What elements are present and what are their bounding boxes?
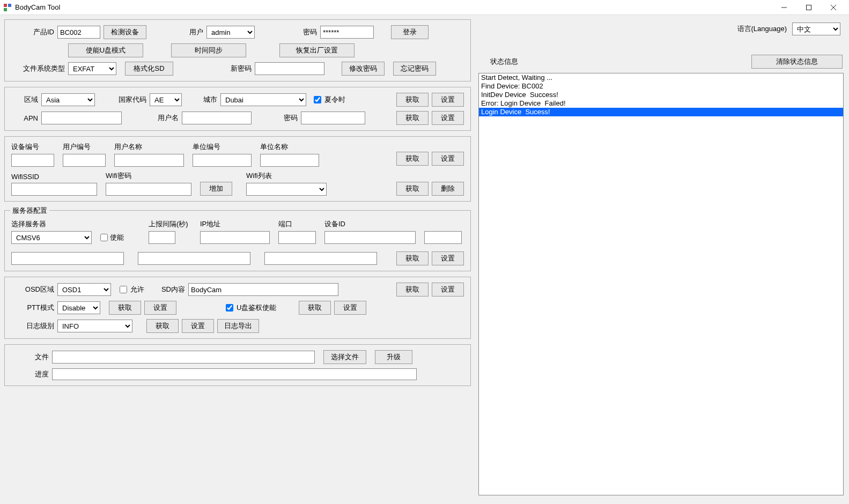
osd-area-label: OSD区域 xyxy=(11,285,54,294)
apn-get-button[interactable]: 获取 xyxy=(396,111,429,125)
close-button[interactable] xyxy=(821,0,846,15)
wifi-add-button[interactable]: 增加 xyxy=(200,182,232,196)
panel-osd: OSD区域 OSD1 允许 SD内容 获取 设置 PTT模式 Disable 获… xyxy=(4,277,471,339)
log-set-button[interactable]: 设置 xyxy=(182,319,214,333)
status-line[interactable]: Start Detect, Waiting ... xyxy=(479,73,843,82)
user-name-input[interactable] xyxy=(114,154,184,167)
osd-area-select[interactable]: OSD1 xyxy=(57,283,111,296)
user-select[interactable]: admin xyxy=(206,26,255,39)
format-sd-button[interactable]: 格式化SD xyxy=(125,62,173,76)
new-pwd-input[interactable] xyxy=(255,62,324,75)
osd-content-label: SD内容 xyxy=(153,285,185,294)
upgrade-button[interactable]: 升级 xyxy=(375,350,412,364)
ptt-get-button[interactable]: 获取 xyxy=(109,301,141,315)
server-set-button[interactable]: 设置 xyxy=(432,251,464,265)
login-button[interactable]: 登录 xyxy=(391,25,429,39)
unit-no-input[interactable] xyxy=(193,154,252,167)
fs-type-select[interactable]: EXFAT xyxy=(68,62,116,75)
usb-mode-button[interactable]: 使能U盘模式 xyxy=(68,43,143,57)
svg-rect-0 xyxy=(4,4,7,7)
wifi-get-button[interactable]: 获取 xyxy=(396,182,429,196)
apn-username-input[interactable] xyxy=(182,112,252,124)
password-input[interactable] xyxy=(320,26,374,39)
language-select[interactable]: 中文 xyxy=(792,23,840,35)
user-no-input[interactable] xyxy=(63,154,106,167)
factory-reset-button[interactable]: 恢复出厂设置 xyxy=(279,43,355,57)
language-label: 语言(Language) xyxy=(737,24,787,34)
osd-content-input[interactable] xyxy=(188,283,338,296)
osd-allow-checkbox[interactable] xyxy=(120,286,127,293)
apn-pwd-input[interactable] xyxy=(301,112,365,124)
apn-set-button[interactable]: 设置 xyxy=(432,111,464,125)
usb-auth-get-button[interactable]: 获取 xyxy=(299,301,331,315)
ptt-set-button[interactable]: 设置 xyxy=(144,301,176,315)
progress-bar xyxy=(52,368,417,380)
file-input[interactable] xyxy=(52,351,315,364)
fs-type-label: 文件系统类型 xyxy=(11,64,65,73)
wifi-list-select[interactable] xyxy=(246,183,327,196)
user-name-label: 用户名称 xyxy=(114,142,189,152)
ptt-select[interactable]: Disable xyxy=(57,301,100,314)
region-get-button[interactable]: 获取 xyxy=(396,93,429,107)
server-enable-checkbox[interactable] xyxy=(100,234,108,241)
server-ip-label: IP地址 xyxy=(200,219,275,229)
dst-checkbox[interactable] xyxy=(314,96,321,103)
clear-status-button[interactable]: 清除状态信息 xyxy=(751,55,843,69)
status-line[interactable]: Find Device: BC002 xyxy=(479,82,843,91)
status-line[interactable]: Error: Login Device Failed! xyxy=(479,99,843,108)
server-legend: 服务器配置 xyxy=(10,206,49,216)
usb-auth-label: U盘鉴权使能 xyxy=(237,303,276,313)
server-extra-input-4[interactable] xyxy=(264,252,377,265)
product-id-input[interactable] xyxy=(57,26,100,39)
usb-auth-set-button[interactable]: 设置 xyxy=(334,301,366,315)
osd-get-button[interactable]: 获取 xyxy=(396,283,429,297)
server-devid-input[interactable] xyxy=(324,231,416,244)
wifi-list-label: Wifi列表 xyxy=(246,171,332,181)
unit-name-input[interactable] xyxy=(260,154,319,167)
server-interval-label: 上报间隔(秒) xyxy=(149,219,197,229)
device-get-button[interactable]: 获取 xyxy=(396,152,429,166)
choose-file-button[interactable]: 选择文件 xyxy=(323,350,366,364)
status-listbox[interactable]: Start Detect, Waiting ...Find Device: BC… xyxy=(478,73,844,495)
city-select[interactable]: Dubai xyxy=(220,93,306,106)
log-export-button[interactable]: 日志导出 xyxy=(217,319,259,333)
svg-rect-4 xyxy=(807,5,811,10)
minimize-button[interactable] xyxy=(772,0,796,15)
server-get-button[interactable]: 获取 xyxy=(396,251,429,265)
wifi-ssid-label: WifiSSID xyxy=(11,173,102,181)
server-extra-input-3[interactable] xyxy=(138,252,250,265)
region-set-button[interactable]: 设置 xyxy=(432,93,464,107)
server-ip-input[interactable] xyxy=(200,231,270,244)
panel-device: 设备编号 用户编号 用户名称 单位编号 单位名称 xyxy=(4,136,471,202)
apn-input[interactable] xyxy=(41,112,122,124)
log-get-button[interactable]: 获取 xyxy=(146,319,179,333)
server-interval-input[interactable] xyxy=(149,231,175,244)
server-extra-input-1[interactable] xyxy=(424,231,462,244)
log-level-select[interactable]: INFO xyxy=(57,320,132,332)
ptt-label: PTT模式 xyxy=(11,303,54,313)
wifi-pwd-input[interactable] xyxy=(106,183,191,196)
detect-device-button[interactable]: 检测设备 xyxy=(104,25,146,39)
usb-auth-checkbox[interactable] xyxy=(226,304,233,312)
zone-select[interactable]: Asia xyxy=(41,93,95,106)
device-set-button[interactable]: 设置 xyxy=(432,152,464,166)
maximize-button[interactable] xyxy=(796,0,821,15)
country-select[interactable]: AE xyxy=(150,93,182,106)
status-line[interactable]: InitDev Device Success! xyxy=(479,91,843,99)
svg-rect-1 xyxy=(8,4,11,7)
change-pwd-button[interactable]: 修改密码 xyxy=(342,62,385,76)
server-extra-input-2[interactable] xyxy=(11,252,124,265)
time-sync-button[interactable]: 时间同步 xyxy=(171,43,246,57)
dev-no-input[interactable] xyxy=(11,154,54,167)
status-line[interactable]: Login Device Sucess! xyxy=(479,108,843,116)
osd-set-button[interactable]: 设置 xyxy=(432,283,464,297)
server-port-input[interactable] xyxy=(278,231,316,244)
wifi-delete-button[interactable]: 删除 xyxy=(432,182,464,196)
app-icon xyxy=(3,3,12,12)
wifi-ssid-input[interactable] xyxy=(11,183,97,196)
dst-label: 夏令时 xyxy=(324,95,345,105)
osd-allow-label: 允许 xyxy=(130,285,144,294)
forget-pwd-button[interactable]: 忘记密码 xyxy=(393,62,436,76)
city-label: 城市 xyxy=(190,95,217,105)
server-select[interactable]: CMSV6 xyxy=(11,231,92,244)
